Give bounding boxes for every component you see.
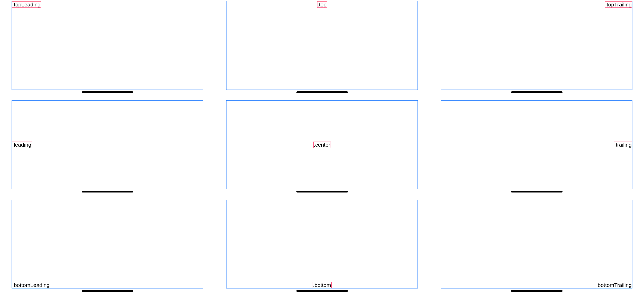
cell-topLeading: .topLeading xyxy=(0,0,215,99)
alignment-label: .bottomLeading xyxy=(12,282,50,288)
zstack-frame: .top xyxy=(226,1,418,90)
zstack-frame: .leading xyxy=(12,100,203,189)
home-indicator-icon xyxy=(296,290,348,292)
home-indicator-icon xyxy=(511,91,563,93)
alignment-label: .top xyxy=(317,1,327,8)
cell-bottomTrailing: .bottomTrailing xyxy=(429,199,644,298)
zstack-frame: .topLeading xyxy=(12,1,203,90)
zstack-frame: .center xyxy=(226,100,418,189)
alignment-label: .topTrailing xyxy=(605,1,632,8)
home-indicator-icon xyxy=(511,191,563,192)
alignment-label: .topLeading xyxy=(12,1,41,8)
cell-top: .top xyxy=(215,0,429,99)
alignment-label: .bottomTrailing xyxy=(596,282,632,288)
alignment-label: .leading xyxy=(12,142,32,148)
home-indicator-icon xyxy=(82,191,133,192)
alignment-label: .trailing xyxy=(614,142,632,148)
home-indicator-icon xyxy=(511,290,563,292)
zstack-frame: .trailing xyxy=(441,100,632,189)
zstack-frame: .bottomTrailing xyxy=(441,200,632,288)
home-indicator-icon xyxy=(296,91,348,93)
zstack-frame: .bottomLeading xyxy=(12,200,203,288)
alignment-label: .bottom xyxy=(312,282,331,288)
cell-topTrailing: .topTrailing xyxy=(429,0,644,99)
home-indicator-icon xyxy=(82,290,133,292)
alignment-grid: .topLeading .top .topTrailing .leading .… xyxy=(0,0,644,298)
cell-center: .center xyxy=(215,99,429,199)
cell-trailing: .trailing xyxy=(429,99,644,199)
alignment-label: .center xyxy=(313,142,331,148)
cell-bottomLeading: .bottomLeading xyxy=(0,199,215,298)
zstack-frame: .bottom xyxy=(226,200,418,288)
cell-leading: .leading xyxy=(0,99,215,199)
home-indicator-icon xyxy=(296,191,348,192)
zstack-frame: .topTrailing xyxy=(441,1,632,90)
cell-bottom: .bottom xyxy=(215,199,429,298)
home-indicator-icon xyxy=(82,91,133,93)
